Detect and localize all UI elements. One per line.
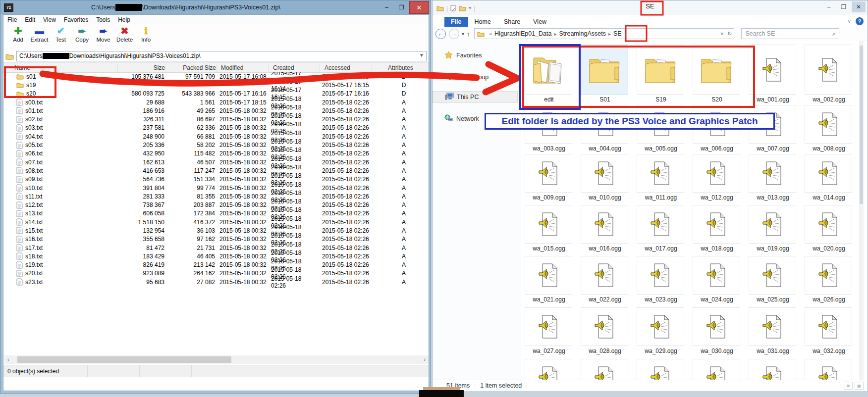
tile-icon-box[interactable] (637, 45, 684, 95)
file-name[interactable]: s12.txt (25, 201, 43, 208)
tile-label[interactable]: wa_027.ogg (525, 347, 573, 354)
maximize-button[interactable]: ❐ (394, 2, 409, 13)
tile-icon-box[interactable] (805, 105, 852, 144)
grid-tile-audio[interactable]: wa_019.ogg (749, 205, 797, 252)
scroll-left-icon[interactable]: ‹ (4, 357, 12, 362)
file-name-cell[interactable]: s12.txt (3, 201, 117, 209)
grid-tile-audio[interactable]: wa_029.ogg (637, 307, 685, 354)
tile-label[interactable]: wa_010.ogg (581, 194, 629, 201)
tile-label[interactable]: wa_032.ogg (805, 347, 853, 354)
table-row[interactable]: s11.txt281 33381 3552015-05-18 00:322015… (3, 192, 429, 200)
extract-button[interactable]: ▬Extract (29, 24, 50, 43)
file-name-cell[interactable]: s14.txt (3, 218, 117, 226)
file-name[interactable]: s13.txt (25, 210, 43, 217)
archive-path-input[interactable]: C:\UsersDownloads\Higurashi\HigurashiPS3… (16, 51, 427, 61)
address-folder-icon[interactable] (5, 52, 14, 60)
tile-label[interactable]: wa_024.ogg (693, 296, 741, 303)
chevron-down-icon[interactable]: ▼ (419, 52, 424, 58)
tile-icon-box[interactable] (525, 256, 572, 295)
tile-icon-box[interactable] (749, 307, 796, 346)
file-name-cell[interactable]: s04.txt (3, 133, 117, 140)
menu-edit[interactable]: Edit (21, 15, 39, 24)
grid-tile-audio[interactable]: wa_009.ogg (525, 154, 573, 201)
sidebar-item-this-pc[interactable]: This PC (433, 91, 518, 103)
tab-share[interactable]: Share (497, 17, 527, 27)
table-row[interactable]: s15.txt132 95436 1032015-05-18 00:322015… (3, 226, 429, 235)
grid-tile-audio[interactable]: wa_010.ogg (581, 154, 629, 201)
tile-icon-box[interactable] (805, 359, 852, 380)
tile-label[interactable]: wa_029.ogg (637, 347, 685, 354)
grid-tile-audio[interactable]: wa_024.ogg (693, 256, 741, 303)
move-button[interactable]: ➨Move (93, 24, 114, 43)
vertical-scrollbar[interactable] (859, 41, 864, 380)
file-name[interactable]: s02.txt (25, 116, 43, 123)
grid-tile-audio[interactable]: wa_017.ogg (637, 205, 685, 252)
tile-icon-box[interactable] (805, 256, 852, 295)
file-name-cell[interactable]: s01 (3, 73, 117, 80)
table-row[interactable]: s02.txt326 31186 6972015-05-18 00:322015… (3, 115, 429, 123)
grid-tile-audio[interactable]: wa_028.ogg (581, 307, 629, 354)
file-name-cell[interactable]: s02.txt (3, 116, 117, 123)
column-header-created[interactable]: Created (269, 64, 320, 71)
grid-tile-audio[interactable]: wa_031.ogg (749, 307, 797, 354)
grid-tile-folder[interactable]: S01 (581, 45, 629, 103)
table-row[interactable]: s16.txt355 65897 1622015-05-18 00:322015… (3, 235, 429, 244)
grid-tile-audio[interactable]: wa_018.ogg (693, 205, 741, 252)
grid-tile-folder[interactable]: edit (525, 45, 573, 103)
grid-tile-audio[interactable] (805, 359, 853, 380)
history-dropdown-icon[interactable]: ▾ (462, 31, 464, 37)
file-name-cell[interactable]: s10.txt (3, 184, 117, 192)
table-row[interactable]: s14.txt1 518 150416 3722015-05-18 00:322… (3, 218, 429, 226)
grid-tile-audio[interactable] (637, 359, 685, 380)
tile-icon-box[interactable] (525, 359, 572, 380)
table-row[interactable]: s04.txt248 90066 8812015-05-18 00:322015… (3, 132, 429, 141)
table-row[interactable]: s19.txt826 419213 1422015-05-18 00:32201… (3, 261, 429, 269)
table-row[interactable]: s17.txt81 47221 7312015-05-18 00:322015-… (3, 244, 429, 252)
file-name[interactable]: s20 (26, 90, 36, 97)
file-name-cell[interactable]: s03.txt (3, 124, 117, 132)
file-name[interactable]: s01 (26, 73, 36, 80)
table-row[interactable]: s07.txt162 61346 5072015-05-18 00:322015… (3, 158, 429, 166)
table-row[interactable]: s12.txt738 367203 8872015-05-18 00:32201… (3, 200, 429, 209)
horizontal-scrollbar[interactable]: ‹ › (4, 355, 429, 364)
tile-label[interactable]: wa_007.ogg (749, 145, 797, 152)
tile-label[interactable]: wa_006.ogg (693, 145, 741, 152)
grid-tile-audio[interactable] (581, 359, 629, 380)
breadcrumb-item[interactable]: HigurashiEp01_Data (494, 30, 551, 37)
tile-label[interactable]: wa_014.ogg (805, 194, 853, 201)
tile-label[interactable]: S01 (581, 96, 629, 103)
file-name[interactable]: s20.txt (25, 270, 43, 277)
table-row[interactable]: s05.txt205 33658 2022015-05-18 00:322015… (3, 141, 429, 149)
file-name-cell[interactable]: s15.txt (3, 227, 117, 234)
tile-icon-box[interactable] (581, 359, 628, 380)
breadcrumb-ellipsis[interactable]: « (487, 31, 495, 37)
table-row[interactable]: s20.txt923 089264 1622015-05-18 00:32201… (3, 269, 429, 278)
file-name[interactable]: s06.txt (25, 150, 43, 157)
file-name-cell[interactable]: s19 (3, 82, 117, 89)
grid-tile-audio[interactable]: wa_025.ogg (749, 256, 797, 303)
tile-label[interactable]: wa_009.ogg (525, 194, 573, 201)
grid-tile-audio[interactable]: wa_022.ogg (581, 256, 629, 303)
file-name-cell[interactable]: s05.txt (3, 142, 117, 149)
file-name[interactable]: s05.txt (25, 142, 43, 149)
tile-icon-box[interactable] (637, 154, 684, 193)
file-name-cell[interactable]: s20.txt (3, 270, 117, 277)
table-row[interactable]: s09.txt564 736151 3342015-05-18 00:32201… (3, 175, 429, 184)
file-name[interactable]: s11.txt (25, 193, 42, 200)
tile-icon-box[interactable] (637, 205, 684, 244)
file-name-cell[interactable]: s13.txt (3, 210, 117, 217)
explorer-titlebar[interactable]: | ▾ | SE – ❐ ✕ (433, 0, 868, 15)
grid-tile-folder[interactable]: S20 (693, 45, 741, 103)
grid-tile-audio[interactable]: wa_012.ogg (693, 154, 741, 201)
file-name-cell[interactable]: s06.txt (3, 150, 117, 157)
grid-tile-audio[interactable]: wa_027.ogg (525, 307, 573, 354)
tile-icon-box[interactable] (693, 256, 740, 295)
grid-tile-audio[interactable]: wa_008.ogg (805, 105, 853, 152)
file-name[interactable]: s04.txt (25, 133, 43, 140)
tile-icon-box[interactable] (693, 205, 740, 244)
ribbon-collapse-icon[interactable]: ˅ (848, 19, 851, 24)
tile-label[interactable]: wa_030.ogg (693, 347, 741, 354)
copy-button[interactable]: ➨Copy (71, 24, 93, 43)
tile-icon-box[interactable] (525, 205, 572, 244)
test-button[interactable]: ✔Test (50, 24, 71, 43)
